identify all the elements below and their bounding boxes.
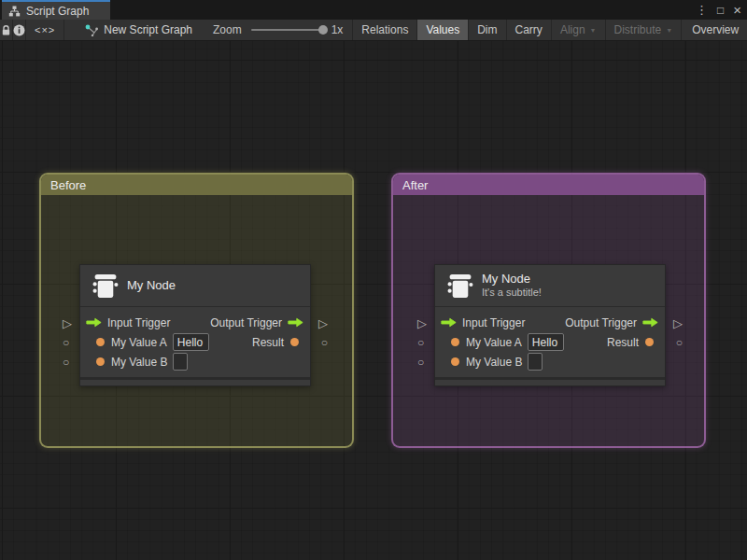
- tab-script-graph[interactable]: Script Graph: [2, 0, 110, 20]
- node-title: My Node: [127, 278, 176, 293]
- external-value-port[interactable]: ○: [63, 357, 69, 368]
- script-graph-asset-icon: [85, 24, 98, 36]
- group-after-header[interactable]: After: [393, 175, 704, 195]
- node-body: ▷ Input Trigger Output Trigger ▷ ○ My Va: [80, 307, 310, 377]
- code-preview-icon: <×>: [35, 24, 55, 35]
- node-header: My Node: [80, 265, 310, 307]
- toolbar: <×> New Script Graph Zoom 1x Relations V…: [0, 20, 747, 41]
- zoom-value: 1x: [331, 23, 344, 36]
- info-icon: [13, 24, 25, 36]
- trigger-arrow-icon[interactable]: [642, 317, 658, 328]
- zoom-slider[interactable]: [251, 29, 324, 31]
- lock-icon: [0, 24, 12, 36]
- port-label-result: Result: [607, 336, 639, 349]
- port-label-my-value-b: My Value B: [466, 356, 522, 369]
- toolbar-button-relations[interactable]: Relations: [352, 20, 417, 40]
- value-port-icon[interactable]: [645, 338, 654, 346]
- toolbar-button-values[interactable]: Values: [417, 20, 469, 40]
- port-row-triggers: ▷ Input Trigger Output Trigger ▷: [435, 313, 665, 332]
- zoom-label: Zoom: [213, 23, 242, 36]
- script-graph-window: Script Graph ⋮ □ ×: [0, 0, 747, 560]
- external-output-trigger-port[interactable]: ▷: [673, 316, 683, 329]
- port-label-input-trigger: Input Trigger: [107, 316, 170, 329]
- tab-label: Script Graph: [26, 5, 89, 18]
- zoom-control: Zoom 1x: [213, 20, 343, 40]
- value-port-icon[interactable]: [451, 357, 459, 366]
- graph-canvas[interactable]: Before After: [0, 41, 747, 560]
- node-my-node-before[interactable]: My Node ▷ Input Trigger Output Trigger: [79, 264, 311, 386]
- port-label-my-value-b: My Value B: [111, 356, 167, 369]
- port-label-output-trigger: Output Trigger: [565, 316, 637, 329]
- group-before-header[interactable]: Before: [41, 175, 352, 195]
- maximize-icon[interactable]: □: [717, 5, 724, 16]
- external-output-trigger-port[interactable]: ▷: [318, 316, 328, 329]
- port-row-value-b: ○ My Value B: [435, 352, 665, 371]
- zoom-slider-handle[interactable]: [318, 25, 328, 35]
- external-value-port[interactable]: ○: [417, 357, 424, 368]
- external-value-port[interactable]: ○: [63, 337, 69, 348]
- node-my-node-after[interactable]: My Node It's a subtitle! ▷ Input Trigger…: [434, 264, 666, 386]
- toolbar-button-align: Align ▼: [552, 20, 606, 40]
- toolbar-button-carry[interactable]: Carry: [507, 20, 552, 40]
- chevron-down-icon: ▼: [666, 27, 672, 34]
- port-row-triggers: ▷ Input Trigger Output Trigger ▷: [80, 313, 310, 332]
- value-port-icon[interactable]: [290, 338, 299, 346]
- unit-icon: [92, 273, 120, 300]
- value-port-icon[interactable]: [96, 357, 105, 366]
- group-label: After: [402, 178, 428, 192]
- trigger-arrow-icon[interactable]: [288, 317, 303, 328]
- port-label-my-value-a: My Value A: [111, 336, 167, 349]
- graph-breadcrumb[interactable]: New Script Graph: [85, 20, 192, 40]
- node-footer: [80, 377, 310, 385]
- window-menu-icon[interactable]: ⋮: [696, 4, 708, 16]
- toolbar-button-dim[interactable]: Dim: [469, 20, 506, 40]
- unit-icon: [446, 273, 474, 300]
- value-a-input[interactable]: [173, 333, 209, 351]
- node-title: My Node: [482, 272, 542, 287]
- window-controls: ⋮ □ ×: [696, 0, 741, 20]
- external-value-port[interactable]: ○: [676, 337, 683, 348]
- code-preview-button[interactable]: <×>: [26, 20, 64, 40]
- node-subtitle: It's a subtitle!: [482, 287, 542, 300]
- port-label-output-trigger: Output Trigger: [210, 316, 282, 329]
- port-row-value-b: ○ My Value B: [80, 352, 310, 371]
- toolbar-button-overview[interactable]: Overview: [682, 20, 747, 40]
- external-input-trigger-port[interactable]: ▷: [417, 316, 427, 329]
- value-port-icon[interactable]: [451, 338, 459, 346]
- graph-hierarchy-icon: [8, 6, 21, 17]
- external-value-port[interactable]: ○: [417, 337, 424, 348]
- port-row-value-a: ○ My Value A Result ○: [80, 332, 310, 352]
- trigger-arrow-icon[interactable]: [441, 317, 457, 328]
- toolbar-button-distribute: Distribute ▼: [606, 20, 683, 40]
- external-value-port[interactable]: ○: [321, 337, 328, 348]
- port-label-input-trigger: Input Trigger: [462, 316, 525, 329]
- graph-name-label: New Script Graph: [104, 23, 192, 36]
- node-body: ▷ Input Trigger Output Trigger ▷ ○ My Va: [435, 307, 665, 377]
- value-b-input[interactable]: [528, 353, 543, 371]
- group-label: Before: [50, 178, 86, 192]
- value-a-input[interactable]: [528, 333, 564, 351]
- trigger-arrow-icon[interactable]: [86, 317, 102, 328]
- chevron-down-icon: ▼: [590, 27, 597, 34]
- value-port-icon[interactable]: [96, 338, 105, 346]
- node-footer: [435, 377, 665, 385]
- tab-bar: Script Graph ⋮ □ ×: [0, 0, 747, 20]
- port-label-my-value-a: My Value A: [466, 336, 522, 349]
- port-row-value-a: ○ My Value A Result ○: [435, 332, 665, 352]
- port-label-result: Result: [252, 336, 284, 349]
- external-input-trigger-port[interactable]: ▷: [63, 316, 72, 329]
- node-header: My Node It's a subtitle!: [435, 265, 665, 307]
- lock-button[interactable]: [0, 20, 13, 40]
- close-icon[interactable]: ×: [733, 3, 741, 17]
- inspect-button[interactable]: [13, 20, 26, 40]
- value-b-input[interactable]: [173, 353, 188, 371]
